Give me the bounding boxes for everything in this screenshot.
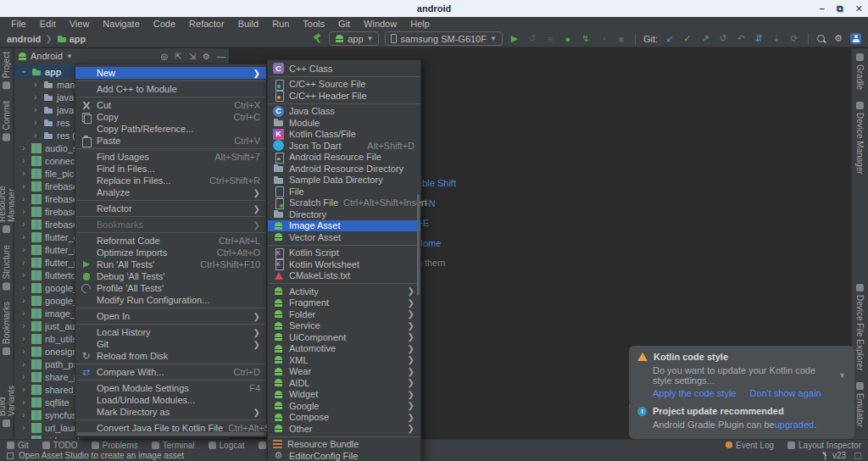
git-update-icon[interactable]: ↙ bbox=[664, 33, 676, 45]
chevron-expanded-icon[interactable]: › bbox=[19, 68, 29, 76]
context-menu-item-compare-with-[interactable]: ⇄Compare With...Ctrl+D bbox=[75, 366, 266, 378]
profile-avatar[interactable] bbox=[850, 33, 861, 44]
new-submenu-item-cmakelists-txt[interactable]: CMakeLists.txt bbox=[268, 270, 420, 282]
chevron-collapsed-icon[interactable]: › bbox=[19, 347, 28, 356]
debug-button[interactable]: ● bbox=[562, 33, 574, 45]
run-button[interactable]: ▶ bbox=[509, 33, 520, 45]
new-submenu-item-c-c-source-file[interactable]: C/C++ Source File bbox=[268, 79, 420, 91]
new-submenu-item-editorconfig-file[interactable]: ⚙EditorConfig File bbox=[268, 450, 420, 461]
chevron-collapsed-icon[interactable]: › bbox=[31, 118, 40, 127]
chevron-collapsed-icon[interactable]: › bbox=[19, 423, 28, 432]
context-menu-item-refactor[interactable]: Refactor❯ bbox=[75, 203, 266, 214]
new-submenu-item-c-c-header-file[interactable]: C/C++ Header File bbox=[268, 90, 420, 102]
new-submenu-item-other[interactable]: Other❯ bbox=[268, 423, 420, 435]
chevron-collapsed-icon[interactable]: › bbox=[19, 385, 28, 394]
menu-help[interactable]: Help bbox=[404, 18, 436, 30]
new-submenu-item-folder[interactable]: Folder❯ bbox=[268, 308, 420, 320]
chevron-collapsed-icon[interactable]: › bbox=[19, 321, 28, 330]
context-menu-item-paste[interactable]: PasteCtrl+V bbox=[75, 135, 266, 147]
search-icon[interactable] bbox=[816, 34, 826, 44]
git-branch-widget[interactable]: v23 bbox=[822, 451, 846, 460]
toolwindow-toggle-icon[interactable] bbox=[7, 453, 14, 459]
profiler-icon[interactable]: ◔ bbox=[598, 33, 609, 45]
device-dropdown[interactable]: samsung SM-G610F ▼ bbox=[385, 31, 502, 46]
update-project-icon[interactable]: ⇣ bbox=[771, 33, 782, 45]
upgrade-link[interactable]: upgraded bbox=[775, 419, 815, 430]
breadcrumb-module[interactable]: app bbox=[57, 34, 86, 44]
context-menu-item-open-in[interactable]: Open In❯ bbox=[75, 310, 266, 322]
toolwindow-button-problems[interactable]: Problems bbox=[92, 441, 138, 450]
settings-gear-icon[interactable]: ⚙ bbox=[832, 33, 844, 45]
horizontal-scrollbar[interactable] bbox=[77, 432, 264, 436]
toolwindow-button-git[interactable]: Git bbox=[7, 441, 29, 450]
chevron-collapsed-icon[interactable]: › bbox=[19, 359, 28, 369]
minimize-button[interactable]: – bbox=[820, 3, 825, 14]
stop-button[interactable]: ■ bbox=[615, 33, 627, 45]
sync-icon[interactable]: ⟳ bbox=[788, 33, 800, 45]
stripe-item-build-variants[interactable]: Build Variants bbox=[0, 367, 16, 427]
chevron-collapsed-icon[interactable]: › bbox=[19, 296, 28, 305]
apply-code-changes-icon[interactable]: ≡ bbox=[544, 33, 556, 45]
locate-file-icon[interactable]: ◎ bbox=[161, 52, 169, 61]
toolwindow-button-layout-inspector[interactable]: Layout Inspector bbox=[787, 441, 861, 450]
new-submenu-item-automotive[interactable]: Automotive❯ bbox=[268, 343, 420, 355]
context-menu-item-run-all-tests-[interactable]: Run 'All Tests'Ctrl+Shift+F10 bbox=[75, 258, 266, 270]
toolwindow-button-logcat[interactable]: Logcat bbox=[209, 441, 245, 450]
new-submenu-item-kotlin-class-file[interactable]: KKotlin Class/File bbox=[268, 129, 420, 141]
dont-show-again-link[interactable]: Don't show again bbox=[749, 388, 821, 398]
new-submenu-item-image-asset[interactable]: Image Asset bbox=[268, 220, 420, 232]
context-menu-item-debug-all-tests-[interactable]: Debug 'All Tests' bbox=[75, 270, 266, 282]
new-submenu-item-java-class[interactable]: CJava Class bbox=[268, 106, 420, 118]
menu-navigate[interactable]: Navigate bbox=[97, 18, 145, 30]
menu-run[interactable]: Run bbox=[266, 18, 295, 30]
stripe-item-emulator[interactable]: Emulator bbox=[855, 382, 865, 427]
build-hammer-icon[interactable] bbox=[312, 33, 323, 44]
chevron-collapsed-icon[interactable]: › bbox=[19, 372, 28, 381]
stripe-item-project[interactable]: Project bbox=[2, 52, 11, 89]
new-submenu-item-android-resource-directory[interactable]: Android Resource Directory bbox=[268, 163, 420, 175]
stripe-item-commit[interactable]: Commit bbox=[2, 101, 11, 141]
menu-code[interactable]: Code bbox=[147, 18, 181, 30]
new-submenu-item-c-class[interactable]: CC++ Class bbox=[268, 63, 420, 75]
new-submenu-item-aidl[interactable]: AIDL❯ bbox=[268, 377, 420, 389]
chevron-collapsed-icon[interactable]: › bbox=[19, 156, 28, 165]
apply-changes-icon[interactable]: ↺ bbox=[526, 33, 538, 45]
toolwindow-button-terminal[interactable]: Terminal bbox=[152, 441, 195, 450]
context-menu-item-add-c-to-module[interactable]: Add C++ to Module bbox=[75, 83, 266, 95]
context-menu-item-reload-from-disk[interactable]: ↻Reload from Disk bbox=[75, 350, 266, 362]
menu-window[interactable]: Window bbox=[358, 18, 403, 30]
new-submenu-item-module[interactable]: Module bbox=[268, 117, 420, 129]
context-menu-item-copy-path-reference-[interactable]: Copy Path/Reference... bbox=[75, 123, 266, 135]
collapse-all-icon[interactable]: ⇲ bbox=[189, 52, 196, 61]
context-menu-item-mark-directory-as[interactable]: Mark Directory as❯ bbox=[75, 406, 266, 418]
attach-debugger-icon[interactable]: ↯ bbox=[580, 33, 592, 45]
context-menu-item-bookmarks[interactable]: Bookmarks❯ bbox=[75, 219, 266, 230]
restore-button[interactable]: ⧉ bbox=[837, 3, 843, 14]
context-menu-item-reformat-code[interactable]: Reformat CodeCtrl+Alt+L bbox=[75, 235, 266, 247]
context-menu-item-open-module-settings[interactable]: Open Module SettingsF4 bbox=[75, 382, 266, 394]
new-submenu-item-json-to-dart[interactable]: Json To DartAlt+Shift+D bbox=[268, 140, 420, 152]
chevron-down-icon[interactable]: ▼ bbox=[838, 371, 846, 380]
close-button[interactable]: ✕ bbox=[855, 3, 863, 14]
context-menu-item-git[interactable]: Git❯ bbox=[75, 338, 266, 350]
menu-git[interactable]: Git bbox=[332, 18, 356, 30]
new-submenu-item-google[interactable]: Google❯ bbox=[268, 400, 420, 412]
vertical-scrollbar[interactable] bbox=[417, 194, 420, 296]
new-submenu-item-xml[interactable]: XML❯ bbox=[268, 354, 420, 366]
new-submenu-item-widget[interactable]: Widget❯ bbox=[268, 389, 420, 401]
git-push-icon[interactable]: ↗ bbox=[699, 33, 711, 45]
stripe-item-device-file-explorer[interactable]: Device File Explorer bbox=[855, 284, 865, 370]
context-menu-item-load-unload-modules-[interactable]: Load/Unload Modules... bbox=[75, 394, 266, 406]
context-menu-item-replace-in-files-[interactable]: Replace in Files...Ctrl+Shift+R bbox=[75, 175, 266, 186]
new-submenu-item-file[interactable]: File bbox=[268, 186, 420, 197]
chevron-collapsed-icon[interactable]: › bbox=[19, 283, 28, 292]
expand-all-icon[interactable]: ⇱ bbox=[175, 52, 181, 61]
context-menu-item-find-in-files-[interactable]: Find in Files... bbox=[75, 163, 266, 175]
context-menu-item-optimize-imports[interactable]: Optimize ImportsCtrl+Alt+O bbox=[75, 247, 266, 258]
toolwindow-button-event-log[interactable]: Event Log bbox=[726, 441, 774, 450]
stripe-item-bookmarks[interactable]: Bookmarks bbox=[2, 302, 11, 355]
new-submenu-item-service[interactable]: Service❯ bbox=[268, 320, 420, 332]
run-config-dropdown[interactable]: app ▼ bbox=[329, 31, 379, 46]
new-submenu-item-vector-asset[interactable]: Vector Asset bbox=[268, 231, 420, 243]
menu-edit[interactable]: Edit bbox=[34, 18, 62, 30]
